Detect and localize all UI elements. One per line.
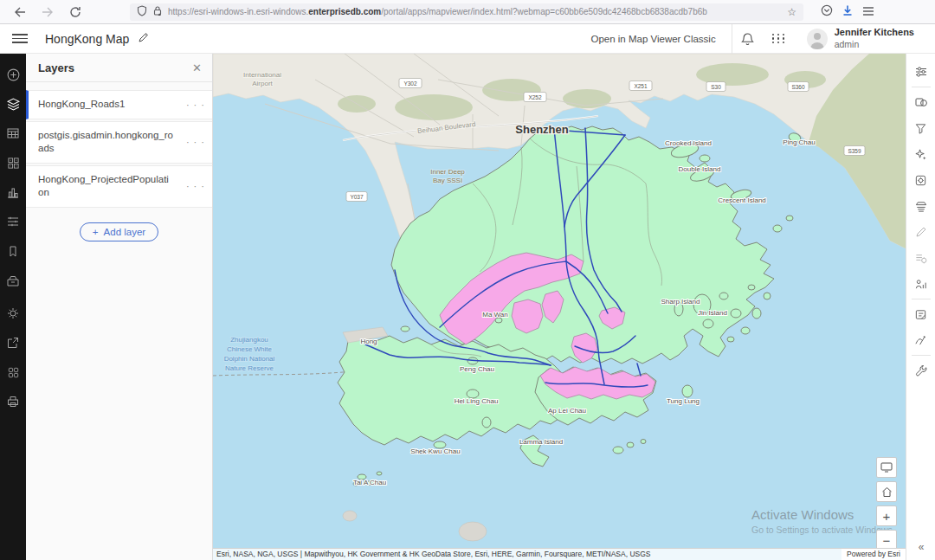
create-app-icon[interactable] [0,359,26,385]
home-button[interactable] [876,481,897,502]
svg-text:Zhujiangkou: Zhujiangkou [230,336,268,344]
basemap-icon[interactable] [0,150,26,176]
layer-label: postgis.gisadmin.hongkong_roads [38,129,173,156]
charts-person-icon[interactable] [906,271,935,297]
svg-text:Lamma Island: Lamma Island [519,438,563,446]
layer-item-postgis-roads[interactable]: postgis.gisadmin.hongkong_roads · · · [26,121,212,164]
svg-text:Shek Kwu Chau: Shek Kwu Chau [410,447,460,455]
map-container: Y302 X252 X251 S30 S360 S359 Y037 Intern… [213,54,906,560]
url-text[interactable]: https://esri-windows-in.esri-windows.ent… [168,7,782,16]
svg-text:Peng Chau: Peng Chau [460,365,494,373]
share-map-icon[interactable] [0,330,26,356]
svg-text:Double Island: Double Island [679,165,721,173]
map-controls: + − [876,457,897,550]
lock-icon[interactable] [152,4,163,20]
svg-text:X251: X251 [634,83,648,89]
edit-pencil-icon[interactable] [906,219,935,245]
filter-icon[interactable] [906,115,935,141]
contents-toolbar [0,54,26,560]
layers-panel-title: Layers [38,61,74,74]
labels-icon[interactable] [906,193,935,219]
app-launcher-icon[interactable] [764,24,795,54]
pink-tsuen-wan [512,299,543,333]
close-panel-icon[interactable]: ✕ [192,62,202,74]
svg-text:International: International [243,71,281,79]
save-open-icon[interactable] [0,267,26,293]
svg-text:Hong: Hong [360,338,377,345]
downloads-icon[interactable] [842,4,854,20]
map-properties-gear-icon[interactable] [0,300,26,326]
svg-text:Bay SSSI: Bay SSSI [433,177,462,184]
layer-options-icon[interactable]: · · · [186,181,205,191]
print-icon[interactable] [0,389,26,415]
svg-text:Inner Deep: Inner Deep [430,168,465,176]
legend-icon[interactable] [0,209,26,235]
reload-icon[interactable] [64,3,87,22]
app-menu-icon[interactable] [12,34,28,43]
plus-icon: + [93,227,99,237]
styles-icon[interactable] [906,89,935,115]
svg-text:S360: S360 [791,84,805,90]
edit-title-icon[interactable] [138,31,149,47]
notifications-bell-icon[interactable] [732,24,764,54]
zoom-in-button[interactable]: + [876,505,897,526]
bookmarks-icon[interactable] [0,238,26,264]
svg-text:Ping Chau: Ping Chau [783,138,815,146]
pocket-icon[interactable] [821,4,833,20]
aggregation-icon[interactable] [906,167,935,193]
user-name: Jennifer Kitchens [835,27,914,39]
tracking-shield-icon[interactable] [137,4,147,20]
fields-icon[interactable] [906,245,935,271]
layer-options-icon[interactable]: · · · [186,137,205,147]
svg-text:Sharp Island: Sharp Island [661,298,700,306]
layers-icon[interactable] [0,91,26,117]
app-header: HongKong Map Open in Map Viewer Classic … [0,24,935,54]
tools-wrench-icon[interactable] [906,357,935,383]
avatar [807,29,828,49]
layers-panel: Layers ✕ HongKong_Roads1 · · · postgis.g… [26,54,213,560]
svg-text:S30: S30 [711,84,721,90]
open-in-classic-link[interactable]: Open in Map Viewer Classic [575,34,731,44]
user-role: admin [835,39,914,50]
forward-icon[interactable] [36,3,59,22]
svg-text:Chinese White: Chinese White [227,345,273,353]
layer-label: HongKong_ProjectedPopulation [38,173,173,200]
svg-text:Shenzhen: Shenzhen [515,123,568,136]
browser-toolbar: https://esri-windows-in.esri-windows.ent… [0,0,935,24]
svg-text:Tung Lung: Tung Lung [667,397,700,405]
layer-item-hongkong-roads1[interactable]: HongKong_Roads1 · · · [26,90,212,119]
svg-text:Y037: Y037 [350,194,364,200]
svg-text:S359: S359 [848,148,861,154]
settings-toolbar: « [906,54,935,560]
fullscreen-button[interactable] [876,457,897,478]
address-bar[interactable]: https://esri-windows-in.esri-windows.ent… [130,3,803,21]
svg-text:Ap Lei Chau: Ap Lei Chau [548,407,586,415]
svg-text:Dolphin National: Dolphin National [224,355,275,363]
effects-icon[interactable] [906,141,935,167]
svg-text:Hei Ling Chau: Hei Ling Chau [455,397,499,405]
svg-text:Y302: Y302 [403,80,417,87]
attribution-sources: Esri, NASA, NGA, USGS | Mapwithyou, HK G… [213,548,842,560]
user-menu[interactable]: Jennifer Kitchens admin [795,27,923,49]
properties-sliders-icon[interactable] [906,59,935,85]
menu-icon[interactable] [862,4,874,20]
sketch-icon[interactable] [906,327,935,353]
map-canvas[interactable]: Y302 X252 X251 S30 S360 S359 Y037 Intern… [213,54,906,548]
bookmark-star-icon[interactable]: ☆ [787,6,796,18]
layer-options-icon[interactable]: · · · [186,100,205,110]
map-title: HongKong Map [45,32,129,46]
add-icon[interactable] [0,61,26,87]
add-layer-button[interactable]: + Add layer [80,222,158,241]
svg-text:Tai A Chau: Tai A Chau [353,479,386,486]
charts-icon[interactable] [0,179,26,205]
tables-icon[interactable] [0,120,26,146]
svg-text:X252: X252 [528,94,542,100]
svg-text:Crooked Island: Crooked Island [665,139,712,147]
back-icon[interactable] [9,3,31,22]
svg-text:Crescent Island: Crescent Island [718,196,766,204]
layer-item-projected-population[interactable]: HongKong_ProjectedPopulation · · · [26,165,212,208]
svg-text:Airport: Airport [252,80,273,87]
layer-label: HongKong_Roads1 [38,98,173,112]
collapse-toolbar-button[interactable]: « [906,541,935,553]
popups-icon[interactable] [906,301,935,327]
